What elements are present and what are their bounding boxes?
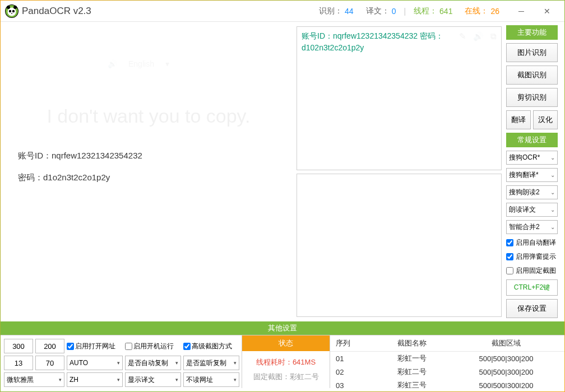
result-bottom-panel[interactable] (297, 174, 502, 318)
stat-translate-label: 译文： (366, 6, 390, 16)
status-fixed-value: 彩虹二号 (290, 372, 319, 381)
col-seq: 序列 (330, 335, 376, 352)
chevron-down-icon: ▾ (234, 360, 237, 366)
minimize-button[interactable]: ─ (508, 2, 534, 20)
chevron-down-icon: ⌄ (550, 207, 555, 213)
svg-point-2 (9, 10, 11, 12)
source-line-1: 账号ID：nqrfew12321342354232 (18, 144, 279, 166)
status-header: 状态 (242, 335, 330, 351)
stat-threads-label: 线程： (414, 6, 437, 16)
chevron-down-icon: ⌄ (550, 172, 555, 178)
stat-translate-val: 0 (392, 7, 396, 16)
result-top-text: 账号ID：nqrfew12321342354232 密码：d102n3t2c2o… (302, 31, 443, 52)
bottom-header: 其他设置 (1, 321, 564, 335)
chevron-down-icon: ▾ (117, 360, 120, 366)
clip-ocr-button[interactable]: 剪切识别 (506, 88, 558, 107)
sidebar-main-header: 主要功能 (506, 25, 558, 40)
lang-detect-select[interactable]: AUTO▾ (67, 356, 123, 370)
chevron-down-icon: ▾ (165, 59, 169, 68)
capture-ocr-button[interactable]: 截图识别 (506, 66, 558, 85)
source-line-2: 密码：d1o2n3t2c2o1p2y (18, 166, 279, 188)
capture-table[interactable]: 序列 截图名称 截图区域 01彩虹一号500|500|300|20002彩虹二号… (330, 335, 564, 388)
stat-online-label: 在线： (465, 6, 488, 16)
image-ocr-button[interactable]: 图片识别 (506, 43, 558, 62)
read-url-select[interactable]: 不读网址▾ (183, 372, 239, 387)
source-panel[interactable]: 🔊 English ▾ I don't want you to copy. 账号… (6, 26, 291, 317)
copy-icon: ⧉ (490, 30, 497, 43)
svg-point-5 (13, 6, 17, 9)
ui-lang-select[interactable]: ZH▾ (67, 372, 123, 387)
app-title: PandaOCR v2.3 (22, 6, 91, 17)
param-3-input[interactable] (4, 356, 33, 370)
title-stats: 识别： 44 译文： 0 | 线程： 641 在线： 26 (319, 6, 499, 16)
adv-capture-check[interactable]: 高级截图方式 (183, 339, 239, 353)
sidebar-settings-header: 常规设置 (506, 133, 558, 147)
translate-button[interactable]: 翻译 (506, 110, 531, 129)
read-mode-select[interactable]: 朗读译文⌄ (506, 203, 558, 217)
chevron-down-icon: ⌄ (550, 189, 555, 195)
merge-mode-select[interactable]: 智能合并2⌄ (506, 220, 558, 234)
param-4-input[interactable] (35, 356, 64, 370)
listen-copy-select[interactable]: 是否监听复制▾ (183, 356, 239, 370)
param-1-input[interactable] (4, 339, 33, 353)
stat-recognize-label: 识别： (319, 6, 342, 16)
chevron-down-icon: ▾ (175, 377, 178, 382)
speaker-icon: 🔊 (108, 59, 117, 68)
chevron-down-icon: ▾ (59, 377, 62, 382)
svg-point-4 (7, 6, 10, 9)
table-row[interactable]: 03彩虹三号500|500|300|200 (330, 379, 564, 388)
close-button[interactable]: ✕ (534, 2, 560, 20)
svg-point-6 (11, 13, 12, 14)
titlebar: PandaOCR v2.3 识别： 44 译文： 0 | 线程： 641 在线：… (1, 1, 564, 22)
auto-translate-check[interactable]: 启用自动翻译 (506, 237, 558, 248)
svg-point-3 (12, 10, 15, 12)
auto-copy-select[interactable]: 是否自动复制▾ (125, 356, 181, 370)
translate-engine-select[interactable]: 搜狗翻译*⌄ (506, 168, 558, 182)
save-settings-button[interactable]: 保存设置 (506, 299, 558, 318)
localize-button[interactable]: 汉化 (533, 110, 558, 129)
watermark: I don't want you to copy. (7, 105, 290, 127)
stat-threads-val: 641 (439, 7, 452, 16)
status-fixed-label: 固定截图： (253, 372, 290, 381)
font-select[interactable]: 微软雅黑▾ (4, 372, 64, 387)
result-top-panel[interactable]: 账号ID：nqrfew12321342354232 密码：d102n3t2c2o… (297, 26, 502, 170)
display-mode-select[interactable]: 显示译文▾ (125, 372, 181, 387)
edit-icon: ✎ (459, 30, 466, 43)
chevron-down-icon: ▾ (175, 360, 178, 366)
param-2-input[interactable] (35, 339, 64, 353)
chevron-down-icon: ▾ (234, 377, 237, 382)
open-url-check[interactable]: 启用打开网址 (67, 339, 123, 353)
col-area: 截图区域 (448, 335, 564, 352)
autorun-check[interactable]: 启用开机运行 (125, 339, 181, 353)
stat-online-val: 26 (490, 7, 499, 16)
speaker-icon: 🔊 (473, 30, 484, 43)
ghost-toolbar: 🔊 English ▾ (108, 59, 268, 68)
app-logo (5, 4, 18, 18)
chevron-down-icon: ⌄ (550, 155, 555, 161)
col-name: 截图名称 (376, 335, 448, 352)
status-time-value: 641MS (293, 358, 316, 366)
table-row[interactable]: 01彩虹一号500|500|300|200 (330, 352, 564, 366)
ocr-engine-select[interactable]: 搜狗OCR*⌄ (506, 151, 558, 165)
stat-recognize-val: 44 (345, 7, 354, 16)
status-panel: 状态 线程耗时：641MS 固定截图：彩虹二号 (242, 335, 330, 388)
chevron-down-icon: ⌄ (550, 224, 555, 230)
hotkey-button[interactable]: CTRL+F2键 (506, 279, 558, 296)
popup-check[interactable]: 启用弹窗提示 (506, 251, 558, 262)
tts-engine-select[interactable]: 搜狗朗读2⌄ (506, 185, 558, 199)
table-row[interactable]: 02彩虹二号500|500|300|200 (330, 365, 564, 379)
ghost-lang: English (128, 59, 154, 68)
fixed-capture-check[interactable]: 启用固定截图 (506, 265, 558, 276)
status-time-label: 线程耗时： (256, 358, 293, 366)
chevron-down-icon: ▾ (117, 377, 120, 382)
